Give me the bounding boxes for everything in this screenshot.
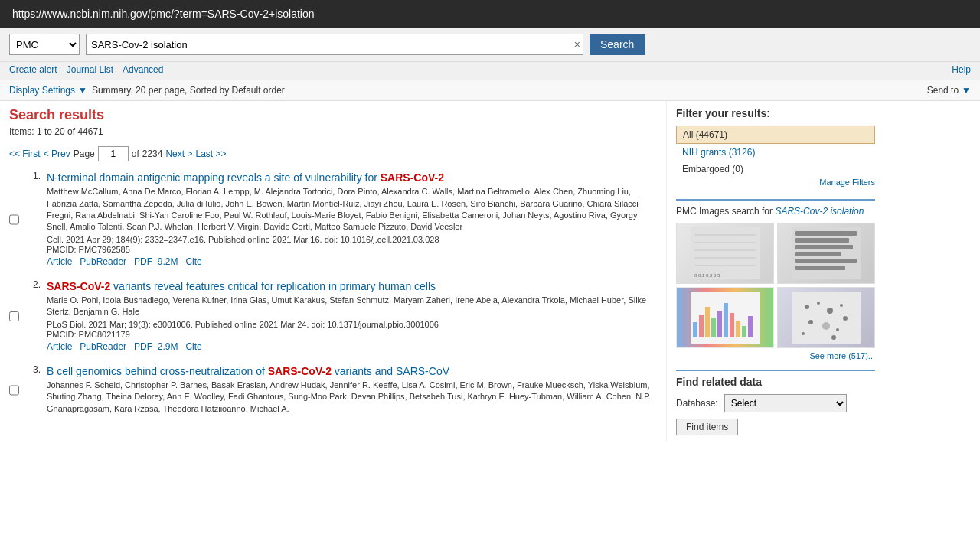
svg-point-29 xyxy=(840,304,843,307)
page-label: Page xyxy=(74,148,95,159)
result-authors-1: Matthew McCallum, Anna De Marco, Florian… xyxy=(47,186,657,233)
svg-rect-24 xyxy=(748,316,753,337)
svg-rect-19 xyxy=(717,311,722,337)
advanced-link[interactable]: Advanced xyxy=(122,64,163,75)
url-text: https://www.ncbi.nlm.nih.gov/pmc/?term=S… xyxy=(12,8,315,20)
result-content-2: SARS-CoV-2 variants reveal features crit… xyxy=(47,279,657,352)
browser-url-bar: https://www.ncbi.nlm.nih.gov/pmc/?term=S… xyxy=(0,0,980,28)
clear-search-button[interactable]: × xyxy=(574,38,580,51)
help-link[interactable]: Help xyxy=(952,64,971,75)
result-pmcid-1: PMCID: PMC7962585 xyxy=(47,245,657,254)
table-row: 1. N-terminal domain antigenic mapping r… xyxy=(9,171,657,267)
image-svg-2 xyxy=(792,227,861,279)
result-pubreader-link-2[interactable]: PubReader xyxy=(80,341,126,352)
result-cite-link-1[interactable]: Cite xyxy=(185,256,201,267)
summary-text: Summary, 20 per page, Sorted by Default … xyxy=(92,85,285,96)
svg-rect-8 xyxy=(795,231,857,236)
result-article-link-1[interactable]: Article xyxy=(47,256,72,267)
image-thumb-4[interactable] xyxy=(777,287,875,348)
result-pdf-link-2[interactable]: PDF–2.9M xyxy=(134,341,178,352)
manage-filters: Manage Filters xyxy=(676,178,875,187)
pagination: << First < Prev Page of 2234 Next > Last… xyxy=(9,146,657,161)
svg-rect-20 xyxy=(724,303,728,337)
svg-rect-18 xyxy=(711,318,716,337)
display-settings-arrow: ▼ xyxy=(78,85,87,96)
result-pubreader-link-1[interactable]: PubReader xyxy=(80,256,126,267)
display-settings-button[interactable]: Display Settings ▼ xyxy=(9,85,87,96)
result-checkbox-2[interactable] xyxy=(9,281,19,352)
filter-item-embargoed: Embargoed (0) xyxy=(676,161,875,178)
display-settings-label: Display Settings xyxy=(9,85,75,96)
search-input[interactable]: SARS-Cov-2 isolation xyxy=(86,34,583,55)
pmc-images-title: PMC Images search for SARS-Cov-2 isolati… xyxy=(676,205,875,218)
result-authors-3: Johannes F. Scheid, Christopher P. Barne… xyxy=(47,380,657,415)
search-links-bar: Create alert Journal List Advanced Help xyxy=(0,62,980,80)
search-bar-area: PMC PubMed Nucleotide Protein Gene SARS-… xyxy=(0,28,980,62)
database-dropdown[interactable]: Select GEO SRA dbGaP BioProject xyxy=(724,394,847,412)
result-title-2[interactable]: SARS-CoV-2 variants reveal features crit… xyxy=(47,280,436,292)
highlight-span: SARS-CoV-2 xyxy=(381,171,444,184)
pagination-first[interactable]: << First xyxy=(9,148,41,159)
result-pmcid-2: PMCID: PMC8021179 xyxy=(47,330,657,339)
pmc-images-prefix: PMC Images search for xyxy=(676,206,775,217)
svg-rect-21 xyxy=(730,313,734,337)
journal-list-link[interactable]: Journal List xyxy=(67,64,113,75)
search-button[interactable]: Search xyxy=(590,34,645,55)
filter-item-all[interactable]: All (44671) xyxy=(676,126,875,144)
result-pdf-link-1[interactable]: PDF–9.2M xyxy=(134,256,178,267)
pagination-next[interactable]: Next > xyxy=(165,148,192,159)
result-citation-2: PLoS Biol. 2021 Mar; 19(3): e3001006. Pu… xyxy=(47,320,657,329)
svg-point-27 xyxy=(817,302,820,305)
see-more-link[interactable]: See more (517)... xyxy=(809,351,875,360)
svg-rect-23 xyxy=(742,326,746,337)
svg-point-35 xyxy=(831,335,836,340)
filter-item-nih[interactable]: NIH grants (3126) xyxy=(676,144,875,161)
image-svg-3 xyxy=(691,292,760,344)
svg-point-26 xyxy=(805,305,809,309)
image-svg-4 xyxy=(792,292,861,344)
svg-rect-10 xyxy=(795,245,853,249)
result-number-1: 1. xyxy=(25,171,41,267)
page-input[interactable] xyxy=(98,146,129,161)
image-thumb-3[interactable] xyxy=(676,287,774,348)
image-thumb-1[interactable]: 0 0.1 0.2 0.3 xyxy=(676,223,774,284)
results-main: Search results Items: 1 to 20 of 44671 <… xyxy=(0,101,666,442)
content-layout: Search results Items: 1 to 20 of 44671 <… xyxy=(0,101,980,442)
result-number-3: 3. xyxy=(25,364,41,415)
of-label: of xyxy=(132,148,139,159)
search-input-wrapper: SARS-Cov-2 isolation × xyxy=(86,34,583,55)
find-related-title: Find related data xyxy=(676,376,875,388)
see-more: See more (517)... xyxy=(676,351,875,360)
filter-section: Filter your results: All (44671) NIH gra… xyxy=(676,107,875,187)
result-links-1: Article PubReader PDF–9.2M Cite xyxy=(47,256,657,267)
filter-embargoed-label: Embargoed (0) xyxy=(682,164,743,174)
result-checkbox-3[interactable] xyxy=(9,366,19,415)
result-content-3: B cell genomics behind cross-neutralizat… xyxy=(47,364,657,415)
result-checkbox-1[interactable] xyxy=(9,172,19,267)
pmc-images-section: PMC Images search for SARS-Cov-2 isolati… xyxy=(676,199,875,360)
toolbar: Display Settings ▼ Summary, 20 per page,… xyxy=(0,80,980,101)
database-select[interactable]: PMC PubMed Nucleotide Protein Gene xyxy=(9,34,80,55)
result-links-2: Article PubReader PDF–2.9M Cite xyxy=(47,341,657,352)
send-to-button[interactable]: ▼ xyxy=(962,85,971,96)
pmc-images-highlight[interactable]: SARS-Cov-2 isolation xyxy=(775,206,864,217)
database-label: Database: xyxy=(676,398,718,409)
pagination-last[interactable]: Last >> xyxy=(195,148,226,159)
find-items-button[interactable]: Find items xyxy=(676,419,738,435)
image-thumb-2[interactable] xyxy=(777,223,875,284)
filter-nih-link[interactable]: NIH grants (3126) xyxy=(682,147,755,158)
svg-rect-16 xyxy=(699,315,704,337)
manage-filters-link[interactable]: Manage Filters xyxy=(819,178,875,187)
result-title-1[interactable]: N-terminal domain antigenic mapping reve… xyxy=(47,171,444,184)
find-related-section: Find related data Database: Select GEO S… xyxy=(676,370,875,435)
search-results-title: Search results xyxy=(9,107,657,123)
result-cite-link-2[interactable]: Cite xyxy=(185,341,201,352)
create-alert-link[interactable]: Create alert xyxy=(9,64,57,75)
result-article-link-2[interactable]: Article xyxy=(47,341,72,352)
result-number-2: 2. xyxy=(25,279,41,352)
svg-rect-15 xyxy=(693,322,697,337)
result-title-3[interactable]: B cell genomics behind cross-neutralizat… xyxy=(47,365,449,377)
pagination-prev[interactable]: < Prev xyxy=(44,148,70,159)
svg-rect-12 xyxy=(795,259,857,263)
svg-rect-17 xyxy=(705,307,710,337)
